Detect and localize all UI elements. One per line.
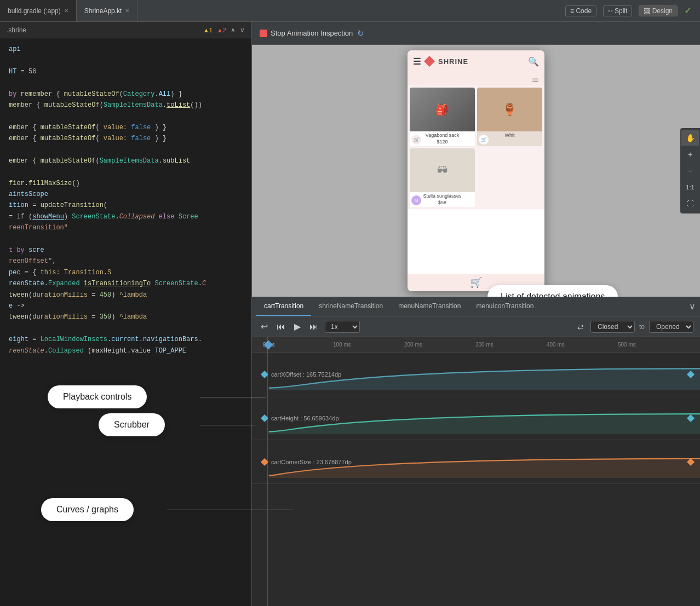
timeline-ruler: 0 ms 100 ms 200 ms 300 ms 400 ms 500 ms (252, 337, 700, 353)
code-line-25: tween(durationMillis = 350) ^lambda (0, 311, 251, 322)
curves-tooltip-container: Curves / graphs (41, 498, 134, 521)
code-line-26 (0, 323, 251, 334)
anim-tab-cart[interactable]: cartTransition (256, 297, 311, 316)
code-view-btn[interactable]: ≡ Code (565, 5, 596, 16)
ruler-100ms: 100 ms (333, 342, 351, 348)
code-line-12 (0, 166, 251, 177)
code-line-28: reenState.Collapsed (maxHeight.value TOP… (0, 345, 251, 356)
cart-fab-icon: 🛒 (470, 276, 482, 288)
track-cartcorner: cartCornerSize : 23.678877dp (252, 440, 700, 484)
next-frame-btn[interactable]: ⏭ (307, 321, 320, 333)
tab-gradle[interactable]: build.gradle (:app) ✕ (0, 0, 77, 21)
scrubber-tooltip-container: Scrubber (99, 413, 165, 436)
top-bar: build.gradle (:app) ✕ ShrineApp.kt ✕ ≡ C… (0, 0, 700, 22)
design-view-btn[interactable]: 🖼 Design (639, 5, 678, 16)
code-line-3: HT = 56 (0, 66, 251, 77)
code-line-15: ition = updateTransition( (0, 200, 251, 211)
tab-gradle-label: build.gradle (:app) (8, 7, 61, 15)
prev-frame-btn[interactable]: ⏮ (274, 321, 288, 333)
code-line-17: reenTransition" (0, 222, 251, 233)
nav-down-btn[interactable]: ∨ (240, 26, 245, 34)
search-icon[interactable]: 🔍 (528, 56, 539, 67)
zoom-in-btn[interactable]: + (681, 147, 699, 162)
code-line-11: ember { mutableStateOf(SampleItemsData.s… (0, 155, 251, 166)
anim-tabs-bar: cartTransition shrineNameTransition menu… (252, 297, 700, 316)
product-image-sunglasses: 🕶 (410, 148, 475, 192)
code-line-10 (0, 145, 251, 155)
anim-tab-menu-icon[interactable]: menuIconTransition (468, 297, 541, 316)
code-line-16: = if (showMenu) ScreenState.Collapsed el… (0, 211, 251, 222)
product-grid: 🎒 🛒 Vagabond sack $120 🏺 🛒 Whit (408, 85, 544, 209)
curves-connector (167, 510, 293, 510)
anim-tab-more-btn[interactable]: ∨ (689, 301, 696, 311)
playback-connector (200, 397, 266, 397)
phone-topbar: ☰ SHRINE 🔍 (408, 50, 544, 72)
code-line-2 (0, 55, 251, 66)
split-view-btn[interactable]: ▫▫ Split (603, 5, 632, 16)
shrine-wordmark: SHRINE (438, 57, 468, 66)
scrubber-bubble: Scrubber (99, 413, 165, 436)
ruler-500ms: 500 ms (618, 342, 636, 348)
product-card-sunglasses: 🕶 M Stella sunglasses $58 (410, 148, 475, 207)
phone-mockup: ☰ SHRINE 🔍 ⚌ 🎒 🛒 Vaga (408, 50, 544, 291)
playback-controls-bubble: Playback controls (48, 385, 147, 408)
hamburger-icon: ☰ (413, 56, 421, 67)
code-line-27: eight = LocalWindowInsets.current.naviga… (0, 334, 251, 345)
zoom-out-btn[interactable]: − (681, 163, 699, 178)
track1-curve (252, 366, 700, 390)
hand-tool-btn[interactable]: ✋ (681, 130, 699, 146)
inspection-toolbar: Stop Animation Inspection ↻ (252, 22, 700, 45)
anim-tab-shrine[interactable]: shrineNameTransition (311, 297, 391, 316)
fit-btn[interactable]: 1:1 (681, 180, 699, 195)
refresh-btn[interactable]: ↻ (357, 28, 364, 38)
scrubber-connector (200, 425, 255, 425)
code-line-5: by remember { mutableStateOf(Category.Al… (0, 89, 251, 100)
stop-label: Stop Animation Inspection (271, 29, 353, 37)
code-line-8: ember { mutableStateOf( value: false ) } (0, 122, 251, 133)
anim-tab-menu-name[interactable]: menuNameTransition (391, 297, 468, 316)
checkmark-icon: ✓ (684, 5, 691, 16)
fullscreen-btn[interactable]: ⛶ (681, 196, 699, 211)
code-line-21: pec = { this: Transition.S (0, 267, 251, 278)
product-card-bag: 🎒 🛒 Vagabond sack $120 (410, 88, 475, 146)
warning-badge-1[interactable]: ▲1 (203, 27, 213, 33)
swap-states-btn[interactable]: ⇄ (575, 321, 586, 332)
breadcrumb-path: .shrine (7, 26, 26, 34)
ruler-track: 0 ms 100 ms 200 ms 300 ms 400 ms 500 ms (252, 337, 700, 352)
code-line-24: e -> (0, 301, 251, 311)
playback-state-controls: ⇄ Closed Opened to Opened Closed (575, 321, 693, 333)
product-card-2: 🏺 🛒 Whit (477, 88, 542, 146)
playback-tooltip-container: Playback controls (48, 385, 147, 408)
track2-curve (252, 410, 700, 434)
filter-icon[interactable]: ⚌ (532, 74, 539, 83)
code-area: api HT = 56 by remember { mutableStateOf… (0, 38, 251, 362)
from-state-select[interactable]: Closed Opened (590, 321, 635, 333)
preview-area: Light theme ☰ SHRINE 🔍 ⚌ (252, 45, 700, 297)
shrine-diamond-icon (424, 56, 435, 67)
file-breadcrumb: .shrine ▲1 ▲2 ∧ ∨ (0, 22, 251, 38)
tab-shrine[interactable]: ShrineApp.kt ✕ (77, 0, 138, 21)
code-line-7 (0, 111, 251, 122)
tab-gradle-close[interactable]: ✕ (64, 8, 68, 14)
stop-animation-btn[interactable]: Stop Animation Inspection (260, 29, 353, 37)
view-buttons-group: ≡ Code ▫▫ Split 🖼 Design ✓ (565, 5, 700, 16)
scrubber-label: Scrubber (114, 420, 150, 429)
to-label: to (639, 323, 645, 331)
play-btn[interactable]: ▶ (292, 320, 303, 333)
rewind-btn[interactable]: ↩ (259, 320, 270, 333)
playback-controls-label: Playback controls (63, 392, 131, 401)
timeline-area: 0 ms 100 ms 200 ms 300 ms 400 ms 500 ms … (252, 337, 700, 606)
curves-bubble: Curves / graphs (41, 498, 134, 521)
cart-icon-2: 🛒 (479, 135, 489, 145)
code-line-4 (0, 77, 251, 88)
nav-up-btn[interactable]: ∧ (231, 26, 236, 34)
warning-badge-2[interactable]: ▲2 (217, 27, 226, 33)
tab-shrine-close[interactable]: ✕ (125, 8, 129, 14)
code-line-1: api (0, 44, 251, 55)
speed-select[interactable]: 1x 0.5x 0.25x 2x (325, 321, 360, 333)
right-panel: Stop Animation Inspection ↻ Light theme … (252, 22, 700, 606)
preview-side-icons: ✋ + − 1:1 ⛶ (680, 128, 700, 213)
tab-shrine-label: ShrineApp.kt (84, 7, 122, 15)
shrine-logo: ☰ SHRINE (413, 56, 468, 67)
to-state-select[interactable]: Opened Closed (649, 321, 693, 333)
